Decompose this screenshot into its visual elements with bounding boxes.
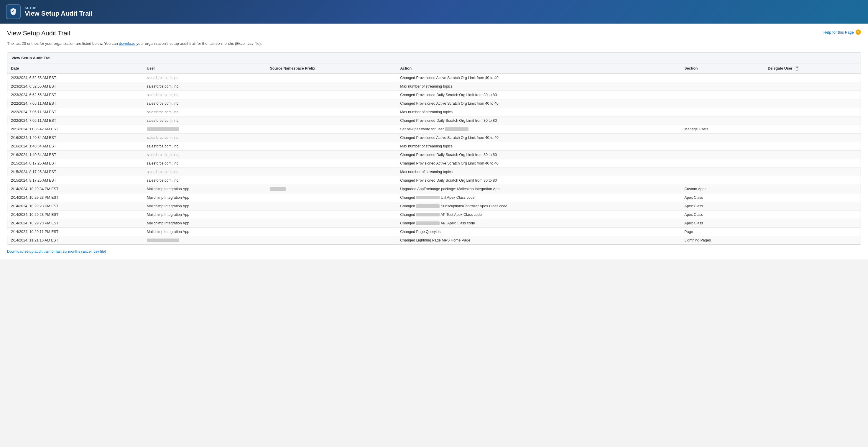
- cell-delegate: [764, 99, 861, 108]
- cell-section: [681, 116, 764, 125]
- table-row: 2/15/2024, 8:17:25 AM ESTsalesforce.com,…: [7, 176, 861, 185]
- cell-user: Mailchimp Integration App: [143, 185, 267, 193]
- footer-download-link[interactable]: Download setup audit trail for last six …: [7, 249, 861, 254]
- cell-source-ns: [266, 125, 397, 133]
- delegate-user-help-icon[interactable]: ?: [795, 66, 799, 71]
- cell-user: salesforce.com, inc.: [143, 159, 267, 168]
- table-row: 2/16/2024, 1:40:34 AM ESTsalesforce.com,…: [7, 150, 861, 159]
- cell-source-ns: [266, 193, 397, 202]
- cell-action: Changed Provisioned Daily Scratch Org Li…: [397, 91, 681, 99]
- table-row: 2/22/2024, 7:05:11 AM ESTsalesforce.com,…: [7, 99, 861, 108]
- cell-action: Changed █████████ SubscriptionsControlle…: [397, 202, 681, 210]
- cell-action: Changed Page QueryList: [397, 227, 681, 236]
- cell-source-ns: [266, 91, 397, 99]
- cell-date: 2/16/2024, 1:40:34 AM EST: [7, 142, 143, 150]
- table-row: 2/22/2024, 7:05:11 AM ESTsalesforce.com,…: [7, 108, 861, 116]
- cell-delegate: [764, 133, 861, 142]
- cell-section: [681, 133, 764, 142]
- cell-section: Page: [681, 227, 764, 236]
- cell-delegate: [764, 82, 861, 91]
- cell-date: 2/15/2024, 8:17:25 AM EST: [7, 176, 143, 185]
- table-row: 2/14/2024, 10:29:23 PM ESTMailchimp Inte…: [7, 210, 861, 219]
- table-row: 2/14/2024, 10:29:23 PM ESTMailchimp Inte…: [7, 202, 861, 210]
- cell-delegate: [764, 125, 861, 133]
- cell-delegate: [764, 159, 861, 168]
- cell-source-ns: [266, 227, 397, 236]
- cell-action: Max number of streaming topics: [397, 168, 681, 176]
- cell-delegate: [764, 168, 861, 176]
- cell-section: [681, 150, 764, 159]
- col-source-ns: Source Namespace Prefix: [266, 63, 397, 74]
- table-row: 2/23/2024, 6:52:55 AM ESTsalesforce.com,…: [7, 82, 861, 91]
- cell-delegate: [764, 227, 861, 236]
- audit-trail-table: Date User Source Namespace Prefix Action…: [7, 63, 861, 244]
- page-top-bar: View Setup Audit Trail Help for this Pag…: [7, 29, 861, 41]
- col-date: Date: [7, 63, 143, 74]
- help-link[interactable]: Help for this Page ?: [824, 29, 861, 35]
- download-link[interactable]: download: [119, 41, 135, 46]
- cell-delegate: [764, 236, 861, 244]
- cell-delegate: [764, 150, 861, 159]
- cell-action: Changed Provisioned Daily Scratch Org Li…: [397, 150, 681, 159]
- cell-source-ns: [266, 176, 397, 185]
- table-section-header: View Setup Audit Trail: [7, 53, 861, 63]
- cell-date: 2/16/2024, 1:40:34 AM EST: [7, 133, 143, 142]
- cell-action: Set new password for user █████████: [397, 125, 681, 133]
- cell-section: [681, 73, 764, 82]
- cell-action: Changed Provisioned Daily Scratch Org Li…: [397, 176, 681, 185]
- cell-date: 2/14/2024, 10:29:23 PM EST: [7, 202, 143, 210]
- cell-section: [681, 159, 764, 168]
- cell-user: Mailchimp Integration App: [143, 193, 267, 202]
- cell-delegate: [764, 210, 861, 219]
- cell-delegate: [764, 142, 861, 150]
- cell-section: Apex Class: [681, 210, 764, 219]
- cell-action: Changed Provisioned Active Scratch Org L…: [397, 133, 681, 142]
- page-header: SETUP View Setup Audit Trail: [0, 0, 868, 24]
- page-title: View Setup Audit Trail: [7, 29, 70, 37]
- cell-date: 2/22/2024, 7:05:11 AM EST: [7, 108, 143, 116]
- col-section: Section: [681, 63, 764, 74]
- help-link-text[interactable]: Help for this Page: [824, 30, 854, 34]
- table-row: 2/16/2024, 1:40:34 AM ESTsalesforce.com,…: [7, 142, 861, 150]
- cell-source-ns: [266, 159, 397, 168]
- table-row: 2/15/2024, 8:17:25 AM ESTsalesforce.com,…: [7, 168, 861, 176]
- table-row: 2/15/2024, 8:17:25 AM ESTsalesforce.com,…: [7, 159, 861, 168]
- table-header-row: Date User Source Namespace Prefix Action…: [7, 63, 861, 74]
- setup-label: SETUP: [25, 6, 93, 10]
- audit-trail-table-section: View Setup Audit Trail Date User Source …: [7, 53, 861, 245]
- cell-action: Max number of streaming topics: [397, 142, 681, 150]
- cell-delegate: [764, 185, 861, 193]
- cell-source-ns: [266, 133, 397, 142]
- cell-action: Changed Provisioned Active Scratch Org L…: [397, 73, 681, 82]
- cell-date: 2/14/2024, 10:29:23 PM EST: [7, 193, 143, 202]
- cell-action: Changed Provisioned Active Scratch Org L…: [397, 99, 681, 108]
- cell-user: salesforce.com, inc.: [143, 108, 267, 116]
- cell-action: Max number of streaming topics: [397, 108, 681, 116]
- cell-source-ns: [266, 108, 397, 116]
- main-content: View Setup Audit Trail Help for this Pag…: [0, 24, 868, 260]
- cell-date: 2/15/2024, 8:17:25 AM EST: [7, 168, 143, 176]
- cell-user: salesforce.com, inc.: [143, 133, 267, 142]
- cell-user: salesforce.com, inc.: [143, 82, 267, 91]
- cell-source-ns: [266, 210, 397, 219]
- cell-section: Manage Users: [681, 125, 764, 133]
- cell-user: salesforce.com, inc.: [143, 91, 267, 99]
- cell-date: 2/14/2024, 10:29:23 PM EST: [7, 210, 143, 219]
- cell-delegate: [764, 116, 861, 125]
- cell-user: salesforce.com, inc.: [143, 116, 267, 125]
- cell-section: Apex Class: [681, 193, 764, 202]
- table-row: 2/21/2024, 11:36:42 AM EST████████████Se…: [7, 125, 861, 133]
- table-row: 2/14/2024, 10:29:23 PM ESTMailchimp Inte…: [7, 193, 861, 202]
- header-text-block: SETUP View Setup Audit Trail: [25, 6, 93, 18]
- cell-date: 2/15/2024, 8:17:25 AM EST: [7, 159, 143, 168]
- cell-user: salesforce.com, inc.: [143, 73, 267, 82]
- cell-date: 2/21/2024, 11:36:42 AM EST: [7, 125, 143, 133]
- table-row: 2/14/2024, 10:29:34 PM ESTMailchimp Inte…: [7, 185, 861, 193]
- cell-section: [681, 168, 764, 176]
- footer-download-anchor[interactable]: Download setup audit trail for last six …: [7, 249, 106, 254]
- cell-user: salesforce.com, inc.: [143, 176, 267, 185]
- cell-source-ns: [266, 99, 397, 108]
- cell-source-ns: [266, 202, 397, 210]
- cell-section: [681, 91, 764, 99]
- cell-date: 2/22/2024, 7:05:11 AM EST: [7, 99, 143, 108]
